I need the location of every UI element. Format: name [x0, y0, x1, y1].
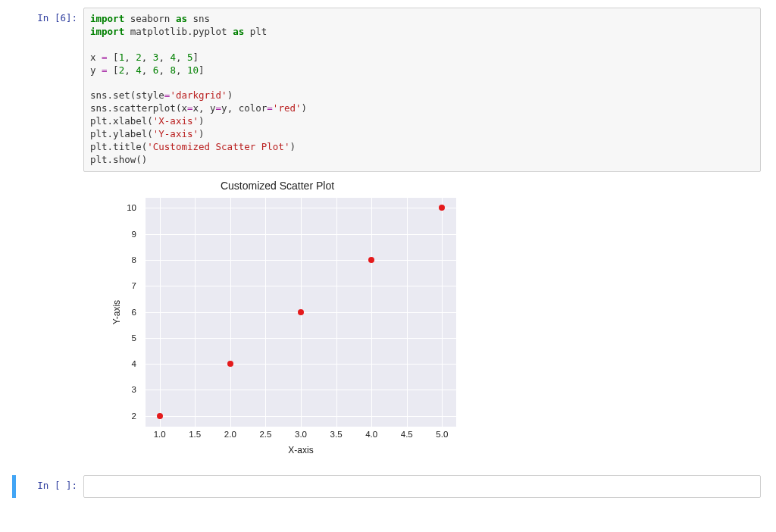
scatter-plot: Customized Scatter Plot Y-axis 234567891… [99, 180, 493, 468]
code-cell-executed: In [6]: import seaborn as sns import mat… [15, 8, 761, 172]
code-text-empty[interactable] [90, 480, 754, 493]
x-tick-label: 4.0 [365, 430, 377, 439]
data-point [298, 309, 304, 315]
x-tick-label: 3.5 [330, 430, 343, 439]
data-point [439, 205, 445, 211]
code-input[interactable]: import seaborn as sns import matplotlib.… [83, 8, 761, 172]
y-tick-label: 7 [132, 281, 136, 290]
input-prompt-empty: In [ ]: [15, 475, 83, 499]
x-axis-label: X-axis [146, 445, 456, 455]
y-tick-label: 6 [132, 308, 136, 317]
x-ticks: 1.01.52.02.53.03.54.04.55.0 [146, 430, 456, 445]
data-point [227, 361, 233, 367]
data-point [157, 413, 163, 419]
x-tick-label: 2.0 [224, 430, 236, 439]
x-tick-label: 4.5 [401, 430, 413, 439]
y-ticks: 2345678910 [99, 198, 141, 427]
grid-line-h [146, 260, 456, 261]
y-tick-label: 2 [132, 412, 136, 421]
chart-title: Customized Scatter Plot [99, 180, 456, 192]
y-tick-label: 4 [132, 359, 136, 368]
x-tick-label: 1.5 [189, 430, 201, 439]
x-tick-label: 2.5 [259, 430, 271, 439]
x-tick-label: 1.0 [154, 430, 166, 439]
cell-output: Customized Scatter Plot Y-axis 234567891… [83, 175, 761, 475]
y-tick-label: 10 [127, 203, 136, 212]
y-tick-label: 8 [132, 255, 136, 264]
y-tick-label: 5 [132, 333, 136, 343]
grid-line-h [146, 208, 456, 208]
y-tick-label: 3 [132, 385, 136, 394]
grid-line-h [146, 390, 456, 390]
y-tick-label: 9 [132, 230, 136, 239]
input-prompt: In [6]: [15, 8, 83, 172]
data-point [368, 257, 374, 263]
grid-line-h [146, 338, 456, 339]
x-tick-label: 5.0 [436, 430, 448, 439]
plot-area [146, 198, 456, 427]
grid-line-h [146, 234, 456, 235]
code-input-empty[interactable] [83, 475, 761, 499]
code-cell-empty: In [ ]: [15, 475, 761, 499]
code-text[interactable]: import seaborn as sns import matplotlib.… [90, 13, 754, 167]
grid-line-h [146, 286, 456, 286]
x-tick-label: 3.0 [295, 430, 307, 439]
grid-line-h [146, 364, 456, 365]
grid-line-h [146, 416, 456, 417]
